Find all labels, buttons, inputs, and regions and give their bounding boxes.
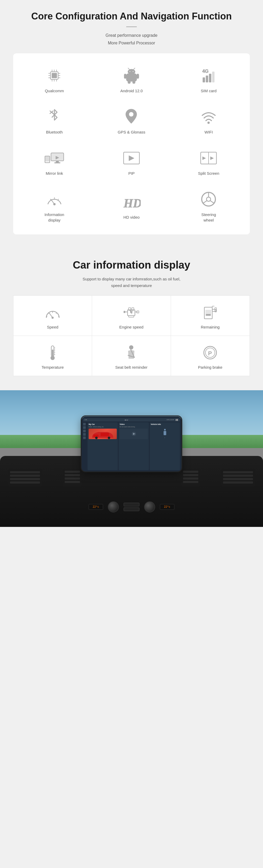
core-subtitle: Great performance upgrade More Powerful … [8,32,255,47]
svg-text:4G: 4G [202,69,209,74]
svg-marker-44 [203,157,206,160]
svg-rect-96 [101,433,109,436]
svg-point-84 [51,356,55,360]
speedometer2-icon [43,304,62,321]
bluetooth-icon [44,108,65,126]
svg-rect-20 [124,74,126,79]
pip-icon [121,149,142,167]
vent-right [221,469,255,486]
feature-label-info: Informationdisplay [45,212,64,223]
car-info-label-engine: Engine speed [119,325,144,329]
svg-marker-45 [210,157,213,160]
screen-car-image [89,429,117,439]
signal4g-icon: 4G [198,66,219,85]
mirror-icon [44,149,65,167]
car-info-remaining: Remaining [171,296,250,336]
car-info-label-seatbelt: Seat belt reminder [115,365,148,370]
features-card: Qualcomm [13,53,250,235]
svg-rect-22 [128,81,130,84]
svg-text:HD: HD [123,196,141,210]
screen-vehicle-info-content: i [151,426,179,439]
svg-point-31 [129,112,134,117]
seatbelt-icon [122,344,141,361]
feature-label-qualcomm: Qualcomm [45,88,64,94]
car-info-label-parking: Parking brake [198,365,223,370]
feature-split: Split Screen [170,141,247,182]
svg-rect-38 [54,162,60,163]
svg-text:P: P [208,350,212,356]
svg-rect-76 [212,309,216,311]
svg-rect-34 [46,157,49,161]
feature-gps: GPS & Glonass [93,100,170,141]
car-info-label-speed: Speed [47,325,58,329]
car-info-speed: Speed [13,296,92,336]
svg-marker-41 [129,156,134,161]
feature-sim: 4G SIM card [170,59,247,100]
feature-pip: PIP [93,141,170,182]
feature-qualcomm: Qualcomm [16,59,93,100]
screen-video-thumb [120,429,148,439]
svg-point-65 [52,317,54,319]
screen-inner: ● ● ▶ ■ ↑ 9:41 10:04 ▊▊ My Car Rad [82,416,181,472]
temp-display-right: 22°c [160,504,174,510]
car-info-subtitle: Support to display many car infomration,… [8,276,255,289]
feature-info: Informationdisplay [16,182,93,229]
svg-point-32 [207,122,210,124]
car-info-label-temp: Temperature [41,365,64,370]
car-info-temp: Temperature [13,336,92,376]
svg-rect-25 [203,78,205,82]
temp-display-left: 22°c [89,504,103,510]
svg-line-57 [203,201,207,204]
svg-point-98 [108,436,111,439]
svg-rect-83 [52,349,53,357]
gps-icon [121,108,142,126]
core-title: Core Configuration And Navigation Functi… [8,10,255,22]
svg-line-58 [210,201,214,204]
feature-label-mirror: Mirror link [46,170,63,176]
chip-icon [44,66,65,85]
wifi-icon [198,108,219,126]
car-info-parking: P Parking brake [171,336,250,376]
svg-rect-102 [164,431,166,435]
feature-label-hd: HD video [123,214,140,220]
svg-rect-28 [212,72,214,82]
thermometer-icon [43,344,62,361]
car-info-section: Car information display Support to displ… [0,249,263,388]
car-info-engine: Engine speed [92,296,171,336]
svg-point-52 [53,203,56,205]
center-buttons [124,503,139,511]
engine-icon [122,304,141,321]
feature-label-steering: Steeringwheel [201,212,216,223]
car-info-grid: Speed [13,296,250,376]
svg-rect-95 [93,434,98,437]
hd-icon: HD [121,193,142,211]
feature-steering: Steeringwheel [170,182,247,229]
android-icon [121,66,142,85]
features-grid: Qualcomm [16,59,247,229]
svg-rect-23 [133,81,135,84]
knob-right[interactable] [144,501,155,513]
knob-left[interactable] [108,501,119,513]
svg-line-49 [58,199,59,200]
feature-bluetooth: Bluetooth [16,100,93,141]
feature-label-pip: PIP [128,170,135,176]
svg-rect-26 [206,76,208,82]
feature-mirror: Mirror link [16,141,93,182]
vent-center-left [63,469,82,486]
screen-my-car-panel: My Car Radio, vehicle setting, etc. [88,422,118,470]
steering-icon [198,190,219,209]
svg-point-97 [95,436,98,439]
speedometer-icon [44,190,65,209]
svg-point-55 [206,197,211,201]
controls-row: 22°c 22°c [89,501,174,513]
svg-point-17 [133,71,134,72]
feature-label-wifi: WIFI [205,129,213,135]
svg-rect-27 [209,74,211,82]
car-info-seatbelt: Seat belt reminder [92,336,171,376]
screen-vehicle-info-panel: Vehicle Info i [150,422,180,470]
dashboard-section: 22°c 22°c ● ● ▶ ■ ↑ 9:41 10:04 ▊▊ [0,390,263,527]
infotainment-screen: ● ● ▶ ■ ↑ 9:41 10:04 ▊▊ My Car Rad [82,416,181,472]
svg-rect-70 [124,311,125,313]
section-divider [126,27,137,27]
core-section: Core Configuration And Navigation Functi… [0,0,263,249]
